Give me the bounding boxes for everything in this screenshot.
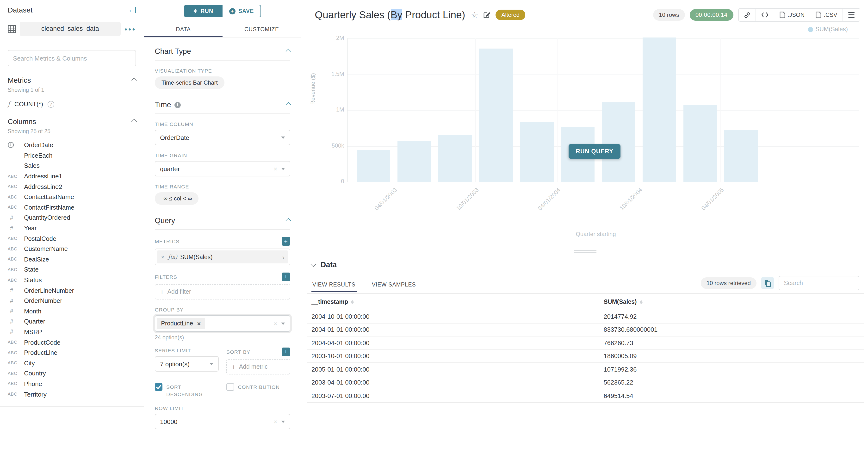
section-collapse-icon[interactable] [286, 218, 291, 223]
collapse-panel-icon[interactable]: ← [128, 7, 136, 13]
chart-legend[interactable]: SUM(Sales) [808, 26, 848, 33]
row-limit-select[interactable]: 10000 × [155, 414, 290, 429]
tab-view-results[interactable]: VIEW RESULTS [311, 277, 356, 292]
menu-button[interactable] [842, 9, 860, 21]
bar[interactable] [724, 130, 758, 182]
column-item[interactable]: #OrderNumber [8, 296, 136, 306]
columns-collapse-icon[interactable] [131, 119, 137, 124]
column-item[interactable]: ABCPhone [8, 379, 136, 389]
column-item[interactable]: #Month [8, 306, 136, 316]
add-filter-dropzone[interactable]: + Add filter [155, 284, 290, 299]
results-search-input[interactable] [779, 276, 859, 290]
column-item[interactable]: #MSRP [8, 327, 136, 337]
column-item[interactable]: PriceEach [8, 150, 136, 161]
column-item[interactable]: ABCPostalCode [8, 233, 136, 244]
column-item[interactable]: ABCTerritory [8, 389, 136, 400]
column-item[interactable]: ABCCity [8, 358, 136, 368]
column-header-sum-sales[interactable]: SUM(Sales) [604, 298, 643, 305]
help-icon[interactable]: ? [48, 101, 54, 107]
dataset-more-icon[interactable]: ●●● [124, 26, 136, 31]
favorite-star-icon[interactable]: ☆ [471, 10, 478, 20]
add-sort-metric-button[interactable]: + [282, 348, 290, 356]
sort-descending-checkbox[interactable]: SORT DESCENDING [155, 383, 219, 398]
clear-icon[interactable]: × [274, 165, 277, 172]
section-collapse-icon[interactable] [286, 102, 291, 108]
add-sort-metric-dropzone[interactable]: + Add metric [226, 359, 290, 375]
bar[interactable] [683, 105, 717, 182]
tab-view-samples[interactable]: VIEW SAMPLES [371, 277, 417, 292]
column-item[interactable]: ABCCountry [8, 368, 136, 379]
column-item[interactable]: #Year [8, 223, 136, 233]
column-item[interactable]: ABCStatus [8, 275, 136, 285]
altered-badge[interactable]: Altered [496, 10, 525, 20]
copy-link-button[interactable] [739, 9, 755, 21]
time-range-value[interactable]: -∞ ≤ col < ∞ [155, 192, 199, 205]
series-limit-select[interactable]: 7 option(s) [155, 356, 219, 372]
bar[interactable] [479, 49, 513, 182]
copy-data-button[interactable] [761, 277, 774, 289]
info-icon[interactable]: i [175, 102, 181, 108]
contribution-checkbox[interactable]: CONTRIBUTION [226, 383, 290, 398]
column-item[interactable]: ABCContactLastName [8, 192, 136, 202]
column-item[interactable]: Sales [8, 161, 136, 171]
time-column-select[interactable]: OrderDate [155, 130, 290, 145]
table-row[interactable]: 2003-04-01 00:00:00562365.22 [307, 376, 864, 389]
metric-item[interactable]: ƒ COUNT(*) ? [8, 100, 136, 108]
tab-data[interactable]: DATA [144, 22, 222, 37]
add-metric-button[interactable]: + [282, 237, 290, 246]
time-grain-select[interactable]: quarter × [155, 161, 290, 177]
table-row[interactable]: 2003-10-01 00:00:001860005.09 [307, 350, 864, 363]
checkbox-checked-icon[interactable] [155, 383, 162, 391]
bar[interactable] [438, 135, 472, 182]
run-button[interactable]: RUN [184, 5, 222, 17]
edit-title-icon[interactable] [483, 11, 491, 19]
group-by-select[interactable]: ProductLine✕ × [155, 315, 290, 332]
remove-chip-icon[interactable]: ✕ [197, 321, 201, 326]
table-row[interactable]: 2004-04-01 00:00:00766260.73 [307, 337, 864, 350]
column-item[interactable]: ABCCustomerName [8, 244, 136, 254]
column-item[interactable]: ABCContactFirstName [8, 202, 136, 213]
column-item[interactable]: #QuantityOrdered [8, 213, 136, 223]
chevron-right-icon[interactable]: › [278, 250, 288, 263]
page-title[interactable]: Quarterly Sales (By Product Line) [315, 9, 465, 21]
bar[interactable] [642, 37, 676, 182]
column-item[interactable]: OrderDate [8, 140, 136, 150]
table-row[interactable]: 2003-07-01 00:00:00649514.54 [307, 389, 864, 403]
save-button[interactable]: + SAVE [222, 5, 261, 17]
table-row[interactable]: 2004-01-01 00:00:00833730.680000001 [307, 323, 864, 337]
column-item[interactable]: #OrderLineNumber [8, 285, 136, 296]
checkbox-unchecked-icon[interactable] [226, 383, 234, 391]
clear-icon[interactable]: × [274, 320, 277, 327]
clear-icon[interactable]: × [274, 418, 277, 425]
column-item[interactable]: ABCState [8, 264, 136, 275]
bar[interactable] [601, 102, 635, 182]
sort-icon[interactable] [640, 300, 643, 304]
search-metrics-columns-input[interactable] [8, 50, 136, 66]
table-row[interactable]: 2004-10-01 00:00:002014774.92 [307, 310, 864, 323]
panel-resize-handle[interactable] [574, 250, 596, 255]
viz-type-value[interactable]: Time-series Bar Chart [155, 76, 224, 89]
collapse-results-icon[interactable] [311, 261, 316, 267]
export-csv-button[interactable]: .CSV [810, 9, 842, 21]
embed-code-button[interactable] [755, 9, 774, 21]
remove-metric-icon[interactable]: × [157, 254, 168, 260]
tab-customize[interactable]: CUSTOMIZE [222, 22, 301, 37]
bar[interactable] [520, 122, 553, 182]
column-item[interactable]: ABCAddressLine1 [8, 171, 136, 182]
table-row[interactable]: 2005-01-01 00:00:001071992.36 [307, 363, 864, 376]
export-json-button[interactable]: .JSON [774, 9, 810, 21]
bar[interactable] [397, 141, 431, 182]
metric-chip[interactable]: × ƒ(x) SUM(Sales) › [157, 250, 288, 263]
sort-icon[interactable] [351, 300, 354, 304]
group-by-chip[interactable]: ProductLine✕ [157, 318, 205, 329]
add-filter-button[interactable]: + [282, 273, 290, 281]
metrics-collapse-icon[interactable] [131, 77, 137, 83]
bar[interactable] [356, 150, 390, 182]
column-item[interactable]: ABCAddressLine2 [8, 182, 136, 192]
dataset-name[interactable]: cleaned_sales_data [20, 22, 121, 36]
column-item[interactable]: ABCDealSize [8, 254, 136, 264]
column-item[interactable]: ABCProductLine [8, 348, 136, 358]
run-query-button[interactable]: RUN QUERY [568, 144, 620, 159]
section-collapse-icon[interactable] [286, 49, 291, 54]
column-item[interactable]: ABCProductCode [8, 337, 136, 348]
